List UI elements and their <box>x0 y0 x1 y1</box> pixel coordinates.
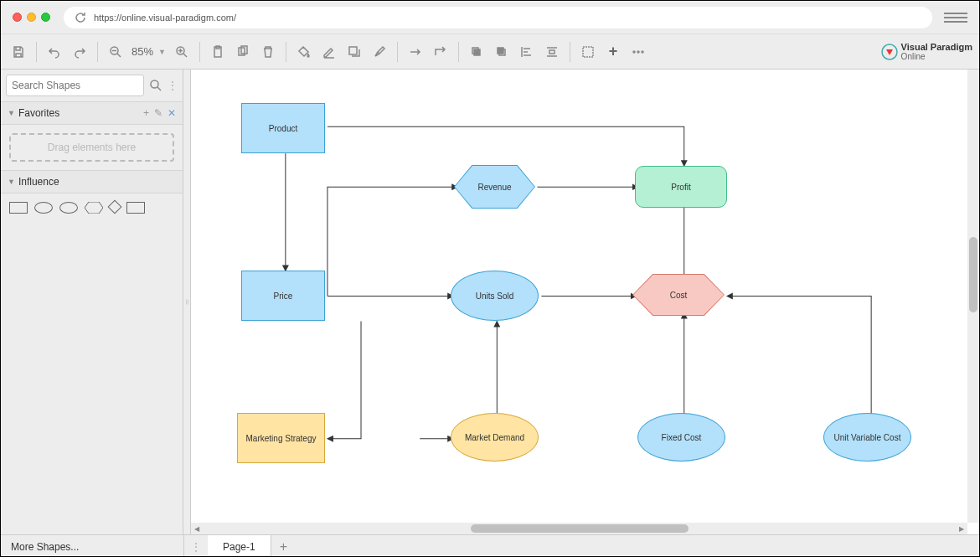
brand-logo[interactable]: Visual ParadigmOnline <box>881 42 972 61</box>
node-profit[interactable]: Profit <box>635 166 727 208</box>
shadow-icon <box>348 45 361 59</box>
url-text: https://online.visual-paradigm.com/ <box>94 13 236 23</box>
undo-icon <box>48 45 61 59</box>
hamburger-menu-button[interactable] <box>944 8 967 27</box>
collapse-icon: ▼ <box>8 178 15 186</box>
arrow-line-icon <box>409 45 422 59</box>
node-marketing-strategy[interactable]: Marketing Strategy <box>237 413 325 463</box>
palette-diamond[interactable] <box>108 200 122 214</box>
palette-ellipse[interactable] <box>34 202 53 214</box>
reload-icon <box>74 11 87 24</box>
favorites-panel-header[interactable]: ▼ Favorites + ✎ ✕ <box>1 101 183 125</box>
node-price[interactable]: Price <box>241 271 325 321</box>
search-shapes-input[interactable] <box>6 75 144 96</box>
line-color-button[interactable] <box>318 41 340 63</box>
connection-style-button[interactable] <box>405 41 426 63</box>
fit-icon <box>581 45 595 59</box>
shapes-sidebar: ⋮ ▼ Favorites + ✎ ✕ Drag elements here ▼… <box>1 70 183 534</box>
clipboard-icon <box>211 45 224 59</box>
zoom-in-button[interactable] <box>171 41 193 63</box>
dots-icon <box>632 45 645 59</box>
zoom-in-icon <box>175 45 188 59</box>
zoom-level[interactable]: 85% <box>132 45 153 58</box>
close-favorite-icon[interactable]: ✕ <box>168 107 176 119</box>
node-fixed-cost[interactable]: Fixed Cost <box>637 413 725 462</box>
svg-point-13 <box>637 51 639 53</box>
undo-button[interactable] <box>44 41 65 63</box>
influence-panel-header[interactable]: ▼ Influence <box>1 170 183 193</box>
canvas-area[interactable]: Product Price Revenue Profit Units Sold … <box>191 70 979 534</box>
distribute-button[interactable] <box>541 41 563 63</box>
more-button[interactable] <box>627 41 649 63</box>
svg-point-14 <box>642 51 643 53</box>
save-button[interactable] <box>8 41 29 63</box>
svg-rect-11 <box>583 47 593 57</box>
sidebar-menu-icon[interactable]: ⋮ <box>168 80 178 91</box>
page-grip-icon[interactable]: ⋮ <box>184 541 208 553</box>
node-product[interactable]: Product <box>241 103 325 153</box>
node-market-demand[interactable]: Market Demand <box>451 413 539 462</box>
fill-color-button[interactable] <box>293 41 315 63</box>
edit-favorite-icon[interactable]: ✎ <box>154 107 162 119</box>
collapse-icon: ▼ <box>8 109 15 117</box>
add-page-button[interactable]: + <box>271 539 296 554</box>
minimize-window-button[interactable] <box>27 13 36 22</box>
pencil-icon <box>322 45 336 59</box>
palette-rectangle[interactable] <box>9 202 28 214</box>
fit-button[interactable] <box>577 41 599 63</box>
diagram-canvas[interactable]: Product Price Revenue Profit Units Sold … <box>191 70 967 523</box>
svg-rect-9 <box>498 48 503 54</box>
redo-icon <box>73 45 86 59</box>
paste-button[interactable] <box>207 41 229 63</box>
palette-rect2[interactable] <box>126 202 145 214</box>
to-front-button[interactable] <box>466 41 487 63</box>
node-cost[interactable]: Cost <box>633 275 724 315</box>
svg-rect-7 <box>474 49 480 55</box>
insert-button[interactable]: + <box>602 41 624 63</box>
delete-button[interactable] <box>257 41 279 63</box>
toolbar: 85% ▼ + Visual ParadigmOnline <box>1 34 979 70</box>
more-shapes-button[interactable]: More Shapes... <box>1 541 183 553</box>
waypoint-style-button[interactable] <box>430 41 451 63</box>
sidebar-resize-handle[interactable]: ॥ <box>183 70 191 534</box>
add-favorite-icon[interactable]: + <box>143 107 149 119</box>
node-unit-variable-cost[interactable]: Unit Variable Cost <box>823 413 911 462</box>
logo-icon <box>881 44 898 60</box>
shadow-button[interactable] <box>343 41 365 63</box>
align-icon <box>520 45 534 59</box>
zoom-out-icon <box>109 45 122 59</box>
maximize-window-button[interactable] <box>41 13 50 22</box>
search-icon[interactable] <box>149 79 162 92</box>
save-icon <box>12 45 25 59</box>
window-controls <box>13 13 50 22</box>
palette-cloud[interactable] <box>59 202 78 214</box>
svg-marker-17 <box>85 202 103 214</box>
redo-button[interactable] <box>69 41 90 63</box>
node-revenue[interactable]: Revenue <box>455 166 534 208</box>
to-back-button[interactable] <box>491 41 513 63</box>
influence-label: Influence <box>18 176 176 188</box>
page-tab-1[interactable]: Page-1 <box>208 535 271 558</box>
scroll-left-icon[interactable]: ◀ <box>191 523 203 534</box>
format-painter-button[interactable] <box>369 41 390 63</box>
node-units-sold[interactable]: Units Sold <box>451 271 539 321</box>
brand-name: Visual Paradigm <box>901 42 972 52</box>
zoom-out-button[interactable] <box>105 41 126 63</box>
favorites-dropzone[interactable]: Drag elements here <box>9 133 174 162</box>
zoom-dropdown-icon[interactable]: ▼ <box>158 48 166 56</box>
front-icon <box>470 45 483 59</box>
close-window-button[interactable] <box>13 13 22 22</box>
svg-rect-6 <box>349 47 357 54</box>
scroll-right-icon[interactable]: ▶ <box>956 523 967 534</box>
align-button[interactable] <box>516 41 538 63</box>
footer: More Shapes... ⋮ Page-1 + <box>1 534 979 557</box>
horizontal-scrollbar[interactable]: ◀ ▶ <box>191 523 967 534</box>
browser-chrome: https://online.visual-paradigm.com/ <box>1 1 979 34</box>
trash-icon <box>261 45 275 59</box>
copy-button[interactable] <box>232 41 254 63</box>
bucket-icon <box>297 45 311 59</box>
favorites-label: Favorites <box>18 107 140 119</box>
address-bar[interactable]: https://online.visual-paradigm.com/ <box>64 7 932 28</box>
palette-hexagon[interactable] <box>85 202 103 214</box>
vertical-scrollbar[interactable] <box>967 70 979 523</box>
